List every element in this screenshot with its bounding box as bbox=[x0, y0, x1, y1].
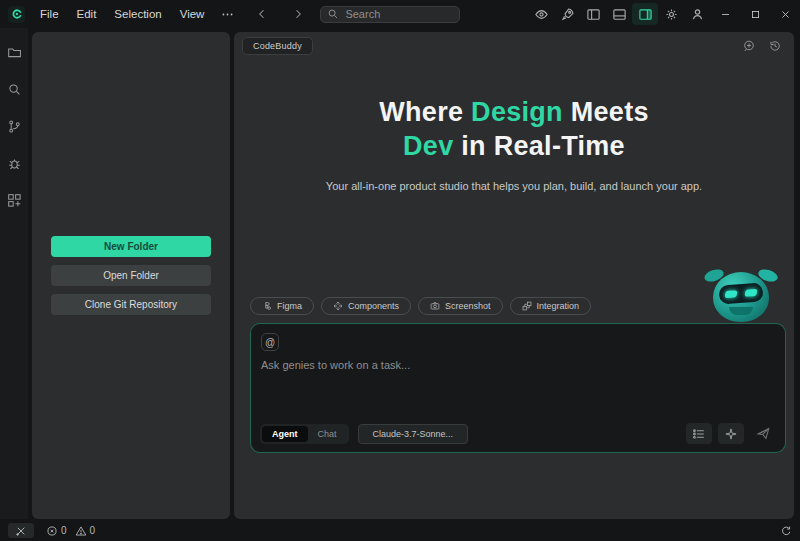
composer-footer: Agent Chat Claude-3.7-Sonne... bbox=[260, 423, 776, 444]
account-icon[interactable] bbox=[684, 3, 710, 25]
clone-git-repository-button[interactable]: Clone Git Repository bbox=[51, 294, 211, 315]
editor-header: CodeBuddy bbox=[234, 32, 794, 55]
spark-icon[interactable] bbox=[718, 423, 744, 444]
close-button[interactable] bbox=[770, 0, 800, 28]
search-sidebar-icon[interactable] bbox=[2, 77, 26, 101]
hero-subtitle: Your all-in-one product studio that help… bbox=[234, 180, 794, 192]
chip-components[interactable]: Components bbox=[321, 297, 411, 315]
integration-icon bbox=[522, 301, 532, 311]
layout-sidebar-right-icon[interactable] bbox=[632, 3, 658, 25]
model-selector-button[interactable]: Claude-3.7-Sonne... bbox=[358, 424, 469, 444]
figma-icon bbox=[262, 301, 272, 311]
task-composer[interactable]: @ Ask genies to work on a task... Agent … bbox=[250, 323, 786, 453]
error-icon bbox=[46, 525, 58, 537]
warnings-indicator[interactable]: 0 bbox=[75, 525, 96, 537]
extensions-icon[interactable] bbox=[2, 188, 26, 212]
debug-icon[interactable] bbox=[2, 151, 26, 175]
minimize-button[interactable] bbox=[710, 0, 740, 28]
task-list-icon[interactable] bbox=[686, 423, 712, 444]
sidebar-panel: New Folder Open Folder Clone Git Reposit… bbox=[32, 32, 230, 519]
global-search bbox=[320, 6, 460, 23]
explorer-folder-icon[interactable] bbox=[2, 40, 26, 64]
quick-action-chips: Figma Components Screenshot Integration bbox=[250, 297, 786, 315]
chip-integration[interactable]: Integration bbox=[510, 297, 592, 315]
new-folder-button[interactable]: New Folder bbox=[51, 236, 211, 257]
more-menus-icon[interactable] bbox=[213, 5, 242, 24]
titlebar: File Edit Selection View bbox=[0, 0, 800, 28]
menu-file[interactable]: File bbox=[31, 5, 68, 23]
camera-icon bbox=[430, 301, 440, 311]
mode-switch: Agent Chat bbox=[260, 424, 349, 444]
sync-icon[interactable] bbox=[780, 525, 792, 537]
open-folder-button[interactable]: Open Folder bbox=[51, 265, 211, 286]
menu-view[interactable]: View bbox=[171, 5, 214, 23]
maximize-button[interactable] bbox=[740, 0, 770, 28]
chip-figma[interactable]: Figma bbox=[250, 297, 314, 315]
mode-chat-button[interactable]: Chat bbox=[308, 426, 347, 442]
menu-edit[interactable]: Edit bbox=[68, 5, 106, 23]
components-icon bbox=[333, 301, 343, 311]
nav-back-icon[interactable] bbox=[256, 8, 268, 20]
new-chat-icon[interactable] bbox=[740, 37, 758, 55]
hero-section: Where Design MeetsDev in Real-Time Your … bbox=[234, 95, 794, 192]
history-icon[interactable] bbox=[766, 37, 784, 55]
app-logo-icon bbox=[8, 6, 25, 23]
composer-placeholder[interactable]: Ask genies to work on a task... bbox=[261, 359, 775, 371]
send-icon[interactable] bbox=[750, 423, 776, 444]
mention-button[interactable]: @ bbox=[261, 333, 279, 351]
layout-panel-icon[interactable] bbox=[606, 3, 632, 25]
warning-icon bbox=[75, 525, 87, 537]
composer-block: Figma Components Screenshot Integration … bbox=[250, 297, 786, 453]
chip-screenshot[interactable]: Screenshot bbox=[418, 297, 503, 315]
source-control-icon[interactable] bbox=[2, 114, 26, 138]
gear-icon[interactable] bbox=[658, 3, 684, 25]
robot-eye-right bbox=[744, 289, 757, 297]
activity-bar bbox=[0, 28, 28, 519]
status-bar: 0 0 bbox=[0, 520, 800, 541]
menu-selection[interactable]: Selection bbox=[105, 5, 170, 23]
search-input[interactable] bbox=[320, 6, 460, 23]
mode-agent-button[interactable]: Agent bbox=[262, 426, 308, 442]
tab-codebuddy[interactable]: CodeBuddy bbox=[242, 37, 313, 55]
layout-sidebar-left-icon[interactable] bbox=[580, 3, 606, 25]
nav-forward-icon[interactable] bbox=[292, 8, 304, 20]
remote-tools-icon[interactable] bbox=[8, 523, 34, 538]
rocket-icon[interactable] bbox=[554, 3, 580, 25]
hero-title: Where Design MeetsDev in Real-Time bbox=[234, 95, 794, 163]
eye-icon[interactable] bbox=[528, 3, 554, 25]
workspace: New Folder Open Folder Clone Git Reposit… bbox=[0, 28, 800, 520]
errors-indicator[interactable]: 0 bbox=[46, 525, 67, 537]
search-icon bbox=[327, 8, 339, 20]
editor-panel: CodeBuddy Where Design MeetsDev in Real-… bbox=[234, 32, 794, 519]
